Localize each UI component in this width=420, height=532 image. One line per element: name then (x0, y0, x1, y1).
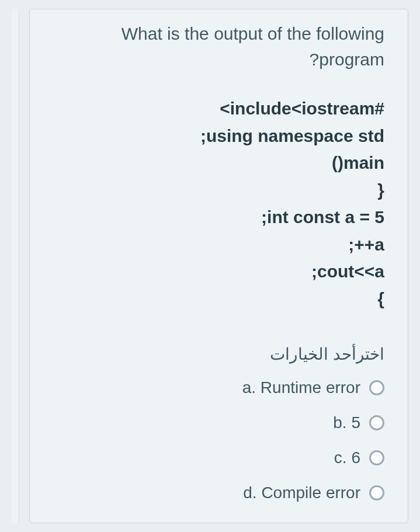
code-line-3: ()main (53, 149, 384, 177)
radio-icon (369, 380, 384, 395)
radio-icon (369, 450, 384, 465)
options-list: a. Runtime error b. 5 c. 6 d. Compile er… (53, 378, 384, 502)
left-card-edge (12, 9, 19, 523)
code-line-4: } (53, 177, 384, 204)
option-c[interactable]: c. 6 (53, 448, 384, 467)
quiz-container: What is the output of the following ?pro… (0, 0, 420, 532)
code-line-5: ;int const a = 5 (53, 204, 384, 231)
question-text: What is the output of the following ?pro… (53, 21, 384, 72)
code-line-2: ;using namespace std (53, 123, 384, 150)
option-c-label: c. 6 (334, 448, 360, 467)
option-d[interactable]: d. Compile error (53, 484, 384, 502)
question-line-2: ?program (310, 50, 384, 69)
option-a[interactable]: a. Runtime error (53, 378, 384, 397)
option-b-label: b. 5 (333, 413, 360, 432)
option-a-label: a. Runtime error (242, 378, 360, 397)
option-d-label: d. Compile error (243, 484, 360, 502)
radio-icon (369, 485, 384, 500)
option-b[interactable]: b. 5 (53, 413, 384, 432)
radio-icon (369, 415, 384, 430)
question-card: What is the output of the following ?pro… (29, 9, 408, 523)
code-line-1: <include<iostream# (53, 95, 384, 123)
choose-prompt: اخترأحد الخيارات (53, 345, 384, 364)
question-line-1: What is the output of the following (122, 24, 384, 43)
code-block: <include<iostream# ;using namespace std … (53, 95, 384, 312)
code-line-6: ;++a (53, 231, 384, 259)
code-line-7: ;cout<<a (53, 258, 384, 286)
code-line-8: { (53, 286, 384, 313)
